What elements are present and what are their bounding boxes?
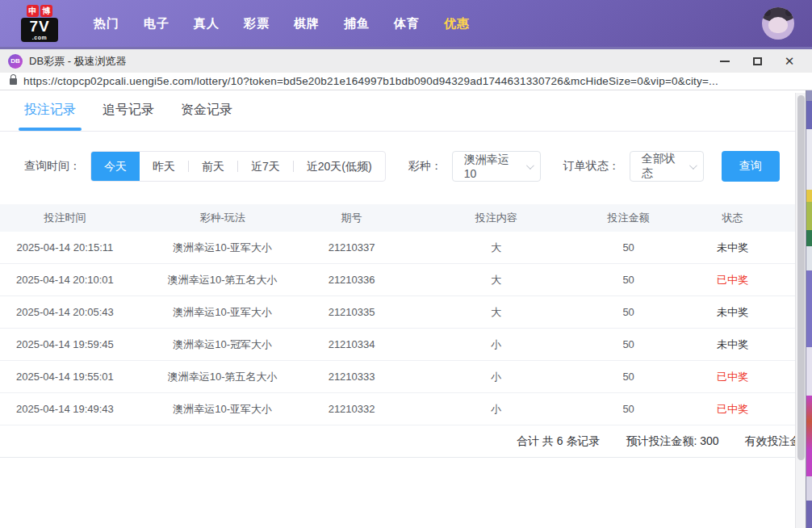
- lottery-filter-label: 彩种：: [408, 159, 442, 174]
- cell-issue: 21210337: [315, 241, 388, 254]
- browser-titlebar: DB DB彩票 - 极速浏览器 ✕: [0, 47, 812, 73]
- cell-game-play: 澳洲幸运10-第五名大小: [130, 370, 315, 384]
- cell-issue: 21210333: [315, 371, 388, 383]
- minimize-button[interactable]: [709, 49, 741, 73]
- url-text[interactable]: https://ctopcp02pcali.uengi5e.com/lotter…: [23, 75, 718, 87]
- lock-icon: [10, 78, 17, 85]
- table-row: 2025-04-14 19:49:43 澳洲幸运10-亚军大小 21210332…: [0, 393, 812, 425]
- maximize-icon: [753, 57, 762, 65]
- cell-game-play: 澳洲幸运10-亚军大小: [130, 402, 315, 417]
- cell-bet-time: 2025-04-14 19:59:45: [0, 338, 130, 350]
- close-icon: ✕: [785, 55, 795, 67]
- status-badge: 已中奖: [653, 370, 812, 384]
- nav-item-hot[interactable]: 热门: [94, 16, 119, 31]
- page-content: 投注记录 追号记录 资金记录 查询时间： 今天 昨天 前天 近7天 近20天(低…: [0, 90, 812, 528]
- page-edge-strip: [806, 90, 812, 528]
- cell-bet-amount: 50: [604, 403, 652, 415]
- order-status-select[interactable]: 全部状态: [630, 151, 704, 182]
- cell-bet-content: 小: [388, 337, 605, 352]
- cell-bet-time: 2025-04-14 19:49:43: [0, 403, 130, 415]
- time-option-daybefore[interactable]: 前天: [189, 152, 237, 181]
- avatar-bun-right: [785, 9, 793, 16]
- window-title: DB彩票 - 极速浏览器: [29, 54, 127, 69]
- tab-chase-records[interactable]: 追号记录: [103, 102, 154, 131]
- col-bet-time: 投注时间: [0, 211, 130, 225]
- filter-row: 查询时间： 今天 昨天 前天 近7天 近20天(低频) 彩种： 澳洲幸运10 订…: [0, 151, 812, 182]
- col-status: 状态: [653, 211, 812, 225]
- site-logo[interactable]: 申 博 7V .com: [19, 5, 60, 42]
- avatar-face: [768, 17, 788, 33]
- user-avatar[interactable]: [762, 7, 794, 40]
- cell-bet-content: 大: [388, 241, 605, 255]
- col-issue: 期号: [315, 211, 388, 225]
- vertical-scrollbar[interactable]: [795, 93, 806, 528]
- time-option-today[interactable]: 今天: [91, 151, 140, 182]
- status-badge: 未中奖: [653, 305, 812, 320]
- cell-bet-time: 2025-04-14 20:10:01: [0, 274, 130, 286]
- cell-bet-amount: 50: [604, 338, 652, 350]
- order-status-label: 订单状态：: [563, 159, 620, 174]
- summary-expected-amount: 预计投注金额: 300: [626, 434, 718, 449]
- status-badge: 未中奖: [653, 241, 812, 255]
- cell-bet-time: 2025-04-14 19:55:01: [0, 371, 130, 383]
- chevron-down-icon: [689, 161, 697, 170]
- cell-issue: 21210335: [315, 306, 388, 318]
- time-option-yesterday[interactable]: 昨天: [140, 152, 188, 181]
- avatar-bun-left: [764, 9, 771, 16]
- search-button[interactable]: 查询: [722, 151, 780, 182]
- cell-bet-content: 小: [388, 402, 605, 417]
- logo-7v-text: 7V: [21, 19, 58, 35]
- close-button[interactable]: ✕: [773, 49, 806, 73]
- minimize-icon: [720, 61, 730, 62]
- table-row: 2025-04-14 19:55:01 澳洲幸运10-第五名大小 2121033…: [0, 361, 812, 393]
- window-controls: ✕: [709, 49, 806, 73]
- table-row: 2025-04-14 19:59:45 澳洲幸运10-冠军大小 21210334…: [0, 329, 812, 361]
- cell-bet-content: 大: [388, 305, 605, 320]
- status-badge: 未中奖: [653, 337, 812, 352]
- main-nav: 热门 电子 真人 彩票 棋牌 捕鱼 体育 优惠: [94, 16, 470, 31]
- time-option-20days[interactable]: 近20天(低频): [294, 152, 385, 181]
- table-row: 2025-04-14 20:10:01 澳洲幸运10-第五名大小 2121033…: [0, 264, 812, 296]
- site-favicon-icon: DB: [8, 54, 23, 69]
- summary-total-records: 合计 共 6 条记录: [517, 434, 600, 449]
- nav-item-lottery[interactable]: 彩票: [244, 16, 270, 31]
- nav-item-promotions[interactable]: 优惠: [444, 16, 470, 31]
- nav-item-live[interactable]: 真人: [194, 16, 220, 31]
- logo-com-text: .com: [21, 35, 58, 40]
- cell-issue: 21210336: [315, 274, 388, 286]
- chevron-down-icon: [526, 161, 534, 170]
- cell-issue: 21210332: [315, 403, 388, 415]
- col-bet-content: 投注内容: [388, 211, 605, 225]
- maximize-button[interactable]: [741, 49, 773, 73]
- table-row: 2025-04-14 20:05:43 澳洲幸运10-亚军大小 21210335…: [0, 296, 812, 329]
- browser-urlbar: https://ctopcp02pcali.uengi5e.com/lotter…: [0, 73, 812, 90]
- col-bet-amount: 投注金额: [604, 211, 652, 225]
- table-summary: 合计 共 6 条记录 预计投注金额: 300 有效投注金额: 300: [0, 425, 812, 458]
- nav-item-sports[interactable]: 体育: [394, 16, 420, 31]
- cell-game-play: 澳洲幸运10-亚军大小: [130, 305, 315, 320]
- table-header: 投注时间 彩种-玩法 期号 投注内容 投注金额 状态: [0, 204, 812, 232]
- tab-bet-records[interactable]: 投注记录: [24, 102, 76, 131]
- table-row: 2025-04-14 20:15:11 澳洲幸运10-亚军大小 21210337…: [0, 232, 812, 264]
- cell-bet-content: 小: [388, 370, 605, 384]
- tab-fund-records[interactable]: 资金记录: [181, 102, 232, 131]
- cell-bet-amount: 50: [604, 274, 652, 286]
- nav-item-fishing[interactable]: 捕鱼: [344, 16, 370, 31]
- lottery-select[interactable]: 澳洲幸运10: [452, 151, 541, 182]
- scrollbar-thumb[interactable]: [797, 95, 805, 460]
- nav-item-chess[interactable]: 棋牌: [294, 16, 320, 31]
- status-badge: 已中奖: [653, 273, 812, 287]
- logo-badge-shen: 申: [27, 5, 39, 17]
- tab-bar: 投注记录 追号记录 资金记录: [0, 90, 812, 132]
- col-game-play: 彩种-玩法: [130, 211, 315, 225]
- nav-item-slots[interactable]: 电子: [144, 16, 170, 31]
- site-navbar: 申 博 7V .com 热门 电子 真人 彩票 棋牌 捕鱼 体育 优惠: [0, 0, 812, 47]
- time-option-7days[interactable]: 近7天: [238, 152, 293, 181]
- order-status-value: 全部状态: [642, 152, 684, 181]
- cell-bet-content: 大: [388, 273, 605, 287]
- time-filter-label: 查询时间：: [24, 159, 81, 174]
- cell-bet-time: 2025-04-14 20:15:11: [0, 241, 130, 254]
- cell-bet-amount: 50: [604, 371, 652, 383]
- cell-bet-amount: 50: [604, 306, 652, 318]
- cell-bet-amount: 50: [604, 241, 652, 254]
